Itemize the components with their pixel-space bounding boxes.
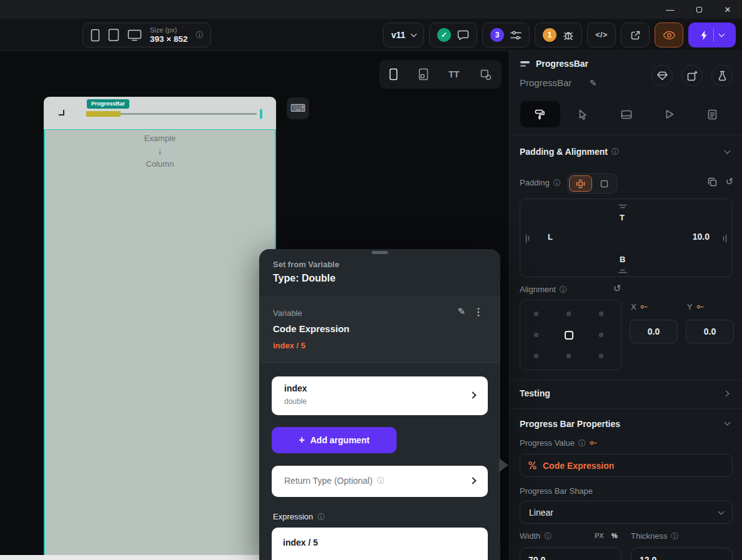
align-top-center[interactable] xyxy=(566,312,571,316)
save-as-component-button[interactable] xyxy=(681,65,703,86)
project-health-group: ✓ xyxy=(429,22,477,47)
edit-variable-icon[interactable]: ✎ xyxy=(457,306,465,317)
thickness-field[interactable]: 12.0 xyxy=(631,548,733,560)
tab-docs[interactable] xyxy=(691,101,734,128)
checks-passed-badge[interactable]: ✓ xyxy=(437,28,451,42)
width-field[interactable]: 70.0 xyxy=(520,548,621,560)
reset-padding-icon[interactable]: ↺ xyxy=(725,177,733,186)
unit-percent-toggle[interactable]: % xyxy=(611,532,618,539)
rename-widget-icon[interactable]: ✎ xyxy=(590,78,597,88)
popover-arrow xyxy=(499,458,508,472)
chat-icon[interactable] xyxy=(457,30,469,41)
kebab-menu-icon[interactable]: ⋮ xyxy=(473,306,483,318)
shape-dropdown[interactable]: Linear xyxy=(520,501,733,524)
custom-code-button[interactable]: </> xyxy=(587,22,616,47)
thickness-label: Thickness xyxy=(631,531,668,541)
info-icon[interactable]: ⓘ xyxy=(671,533,679,540)
unit-px-toggle[interactable]: PX xyxy=(595,532,604,539)
align-top-right[interactable] xyxy=(599,312,603,316)
lightning-icon xyxy=(700,30,708,41)
x-variable-icon[interactable] xyxy=(640,304,648,310)
y-variable-icon[interactable] xyxy=(696,304,705,310)
info-icon[interactable]: ⓘ xyxy=(560,286,567,293)
selection-handle[interactable] xyxy=(260,109,262,119)
expand-testing-icon[interactable] xyxy=(723,391,730,397)
version-dropdown[interactable]: v11 xyxy=(383,22,424,47)
phone-device-icon[interactable] xyxy=(91,29,100,42)
top-edge-mark xyxy=(618,204,627,209)
maximize-button[interactable] xyxy=(685,0,713,19)
plus-icon: + xyxy=(299,435,304,446)
open-external-button[interactable] xyxy=(621,22,650,47)
padding-bottom-value[interactable]: B xyxy=(620,255,625,264)
align-center-right[interactable] xyxy=(599,333,603,337)
drag-handle[interactable] xyxy=(372,251,388,254)
padding-sides-button[interactable] xyxy=(569,175,592,192)
padding-all-button[interactable] xyxy=(593,175,615,192)
y-alignment-field[interactable]: 0.0 xyxy=(686,320,734,343)
transform-settings-icon[interactable] xyxy=(480,69,492,81)
copy-padding-icon[interactable] xyxy=(708,177,717,187)
collapse-progress-icon[interactable] xyxy=(725,420,731,426)
sliders-icon[interactable] xyxy=(510,31,522,40)
set-from-variable-icon[interactable] xyxy=(590,440,598,446)
issues-badge[interactable]: 3 xyxy=(490,28,504,42)
tab-preview[interactable] xyxy=(648,101,691,128)
collapse-section-icon[interactable] xyxy=(725,148,731,154)
progressbar-fill xyxy=(86,111,121,117)
argument-card[interactable]: index double xyxy=(272,376,488,415)
align-bottom-left[interactable] xyxy=(534,354,538,358)
padding-top-value[interactable]: T xyxy=(620,213,625,222)
device-frame-icon[interactable] xyxy=(418,68,428,81)
variable-label: Variable xyxy=(273,308,302,318)
tab-layout[interactable] xyxy=(605,101,648,128)
widget-name[interactable]: ProgressBar xyxy=(520,77,571,88)
keyboard-icon: ⌨ xyxy=(290,102,306,115)
keyboard-shortcuts-button[interactable]: ⌨ xyxy=(287,97,309,119)
desktop-device-icon[interactable] xyxy=(127,29,142,41)
minimize-button[interactable]: — xyxy=(656,0,685,19)
tab-actions[interactable] xyxy=(561,101,605,128)
text-scale-icon[interactable]: TT xyxy=(448,69,459,79)
return-type-card[interactable]: Return Type (Optional) ⓘ xyxy=(272,466,488,497)
info-icon[interactable]: ⓘ xyxy=(553,179,561,187)
testing-section-title: Testing xyxy=(520,388,550,398)
bug-icon[interactable] xyxy=(563,30,574,41)
back-arrow-icon[interactable] xyxy=(59,110,64,115)
close-button[interactable]: ✕ xyxy=(713,0,742,19)
preview-appbar[interactable]: ProgressBar xyxy=(44,97,276,129)
gem-button[interactable] xyxy=(651,65,673,86)
padding-left-value[interactable]: L xyxy=(548,232,553,242)
progressbar-widget[interactable]: ProgressBar xyxy=(86,109,262,119)
tablet-device-icon[interactable] xyxy=(108,28,119,42)
expression-input[interactable]: index / 5 xyxy=(272,528,488,560)
align-bottom-center[interactable] xyxy=(566,354,571,358)
info-icon[interactable]: ⓘ xyxy=(611,148,619,155)
info-icon[interactable]: ⓘ xyxy=(544,533,552,540)
align-center-selected[interactable] xyxy=(565,331,573,340)
info-icon[interactable]: ⓘ xyxy=(578,440,586,447)
x-alignment-field[interactable]: 0.0 xyxy=(630,320,678,343)
tab-properties[interactable] xyxy=(518,101,561,128)
reset-alignment-icon[interactable]: ↺ xyxy=(613,283,621,293)
canvas-phone-icon[interactable] xyxy=(389,68,398,81)
warnings-badge[interactable]: 1 xyxy=(543,28,556,42)
align-bottom-right[interactable] xyxy=(599,354,603,358)
card-icon xyxy=(621,110,632,119)
column-widget[interactable]: Example ↓ Column xyxy=(44,129,276,560)
align-center-left[interactable] xyxy=(534,333,538,337)
progress-value-field[interactable]: Code Expression xyxy=(520,454,733,477)
info-icon[interactable]: ⓘ xyxy=(317,513,325,521)
gem-icon xyxy=(657,71,668,81)
add-argument-button[interactable]: + Add argument xyxy=(272,427,397,453)
info-icon[interactable]: ⓘ xyxy=(195,31,203,39)
padding-right-value[interactable]: 10.0 xyxy=(693,232,710,242)
padding-editor: T L 10.0 B xyxy=(520,199,733,277)
run-button[interactable] xyxy=(688,22,736,47)
version-label: v11 xyxy=(391,30,405,40)
info-icon[interactable]: ⓘ xyxy=(377,477,384,484)
align-top-left[interactable] xyxy=(534,312,538,316)
window-titlebar: — ✕ xyxy=(0,0,742,19)
widget-lab-button[interactable] xyxy=(711,65,733,86)
preview-eye-button[interactable] xyxy=(655,22,683,47)
